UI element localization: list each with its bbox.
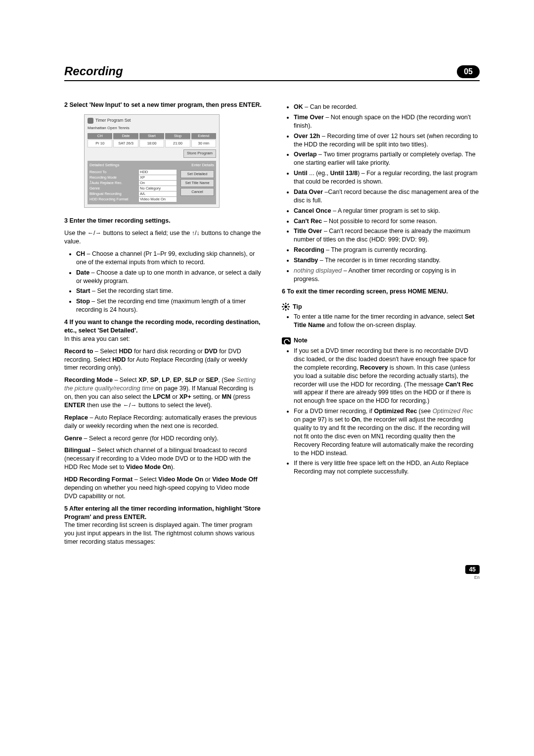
set-detailed-button[interactable]: Set Detailed (180, 170, 214, 178)
svg-line-8 (283, 308, 284, 310)
step-6-heading: 6 To exit the timer recording screen, pr… (282, 287, 480, 296)
gear-icon (282, 303, 290, 311)
ui-value-row: Pr 10 SAT 26/3 18:00 21:00 30 min (88, 140, 216, 147)
ui-program-name: Manhattan Open Tennis (88, 126, 216, 131)
svg-point-0 (284, 305, 287, 308)
ui-header-row: CH Date Start Stop Extend (88, 133, 216, 139)
recorder-icon (88, 118, 93, 124)
store-program-button[interactable]: Store Program (183, 149, 216, 158)
tip-body: To enter a title name for the timer reco… (294, 313, 480, 330)
svg-line-6 (287, 308, 289, 310)
record-to-para: Record to – Select HDD for hard disk rec… (64, 347, 262, 373)
recording-mode-para: Recording Mode – Select XP, SP, LP, EP, … (64, 376, 262, 410)
replace-para: Replace – Auto Replace Recording: automa… (64, 414, 262, 430)
right-column: OK – Can be recorded. Time Over – Not en… (282, 101, 480, 550)
step-3-heading: 3 Enter the timer recording settings. (64, 217, 262, 225)
page-lang: En (64, 575, 480, 580)
tip-label: Tip (293, 303, 302, 311)
cancel-button[interactable]: Cancel (180, 188, 214, 196)
hdd-format-para: HDD Recording Format – Select Video Mode… (64, 475, 262, 501)
step-4-sub: In this area you can set: (64, 335, 130, 342)
chapter-badge: 05 (457, 65, 480, 78)
detailed-settings-label: Detailed Settings (89, 163, 119, 168)
left-column: 2 Select 'New Input' to set a new timer … (64, 101, 262, 550)
note-3: If there is very little free space left … (294, 459, 480, 476)
svg-line-7 (287, 304, 289, 305)
timer-program-screenshot: Timer Program Set Manhattan Open Tennis … (84, 114, 220, 208)
step-2-heading: 2 Select 'New Input' to set a new timer … (64, 101, 262, 109)
status-message-list: OK – Can be recorded. Time Over – Not en… (282, 103, 480, 284)
section-title: Recording (64, 64, 123, 78)
step-5-heading: 5 After entering all the timer recording… (64, 505, 261, 520)
genre-para: Genre – Select a record genre (for HDD r… (64, 434, 262, 443)
page-footer: 45 En (64, 565, 480, 580)
pencil-note-icon (282, 337, 291, 344)
page-header: Recording 05 (64, 64, 480, 81)
note-heading: Note (282, 336, 480, 345)
step-5-body: The timer recording list screen is displ… (64, 521, 255, 545)
step-3-bullets: CH – Choose a channel (Pr 1–Pr 99, exclu… (64, 250, 262, 314)
note-1: If you set a DVD timer recording but the… (294, 347, 480, 405)
enter-details-label: Enter Details (191, 163, 214, 168)
note-2: For a DVD timer recording, if Optimized … (294, 407, 480, 457)
step-3-instruction: Use the ←/→ buttons to select a field; u… (64, 229, 262, 246)
bilingual-para: Bilingual – Select which channel of a bi… (64, 446, 262, 472)
svg-line-5 (283, 304, 284, 305)
set-title-name-button[interactable]: Set Title Name (180, 179, 214, 187)
note-label: Note (294, 336, 308, 345)
tip-heading: Tip (282, 303, 480, 311)
step-4-heading: 4 If you want to change the recording mo… (64, 319, 261, 334)
page-number: 45 (465, 565, 480, 574)
ui-window-title: Timer Program Set (95, 118, 131, 123)
